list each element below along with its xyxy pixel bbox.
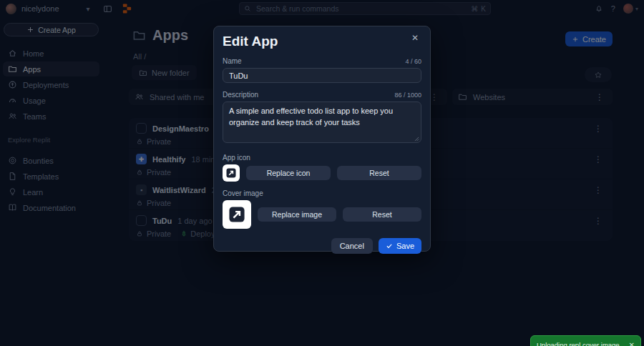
edit-app-modal: Edit App ✕ Name 4 / 60 Description 86 / … bbox=[213, 26, 431, 252]
replace-icon-button[interactable]: Replace icon bbox=[246, 166, 331, 180]
name-input[interactable] bbox=[223, 68, 421, 83]
app-icon-preview bbox=[223, 164, 240, 182]
description-label: Description bbox=[223, 91, 258, 99]
replace-image-button[interactable]: Replace image bbox=[258, 207, 336, 222]
description-textarea[interactable]: A simple and effective todo list app to … bbox=[223, 102, 421, 143]
check-icon bbox=[386, 242, 393, 249]
modal-title: Edit App bbox=[223, 34, 421, 49]
replit-app-window: nicelydone ▾ ⌘ K ? ▾ bbox=[0, 0, 644, 346]
reset-image-button[interactable]: Reset bbox=[343, 207, 421, 222]
cancel-button[interactable]: Cancel bbox=[331, 238, 373, 254]
cover-image-label: Cover image bbox=[223, 189, 263, 197]
name-char-counter: 4 / 60 bbox=[405, 58, 421, 65]
upload-toast: Uploading repl cover image... ✕ bbox=[530, 335, 641, 346]
default-repl-icon bbox=[225, 167, 237, 179]
close-icon[interactable]: ✕ bbox=[407, 32, 423, 44]
reset-icon-button[interactable]: Reset bbox=[337, 166, 421, 180]
default-cover-icon bbox=[228, 205, 246, 224]
toast-message: Uploading repl cover image... bbox=[537, 341, 625, 346]
cover-image-preview bbox=[223, 200, 251, 229]
save-button[interactable]: Save bbox=[379, 238, 421, 254]
toast-close-icon[interactable]: ✕ bbox=[629, 341, 635, 346]
description-char-counter: 86 / 1000 bbox=[394, 92, 421, 99]
app-icon-label: App icon bbox=[223, 154, 250, 162]
name-label: Name bbox=[223, 57, 242, 65]
